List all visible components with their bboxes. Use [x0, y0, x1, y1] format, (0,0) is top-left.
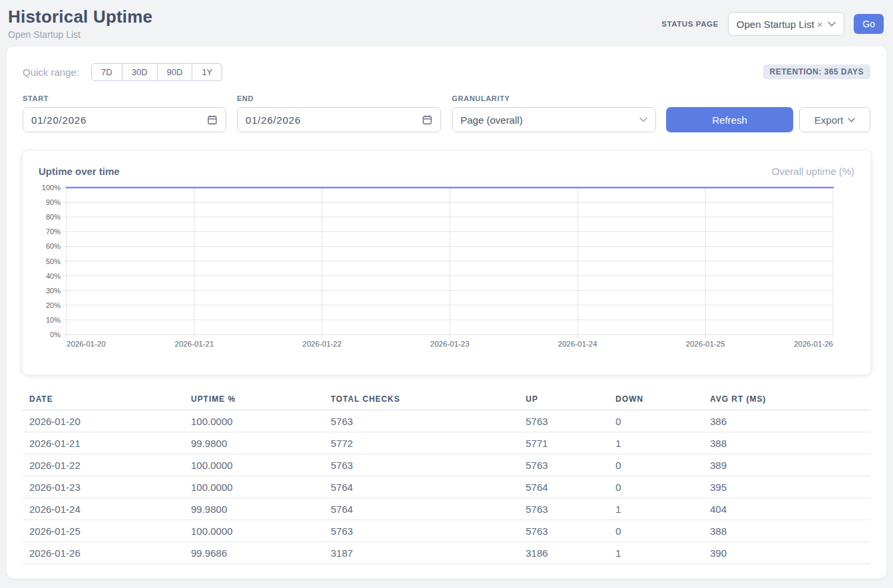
svg-text:90%: 90%: [46, 198, 61, 206]
svg-text:2026-01-25: 2026-01-25: [686, 340, 725, 348]
table-cell: 2026-01-24: [23, 498, 184, 520]
quick-range-90d[interactable]: 90D: [158, 63, 193, 81]
uptime-table: DATE UPTIME % TOTAL CHECKS UP DOWN AVG R…: [23, 390, 870, 564]
table-row: 2026-01-20100.0000576357630386: [23, 410, 870, 432]
table-cell: 2026-01-23: [23, 476, 184, 498]
end-date-value: 01/26/2026: [246, 114, 301, 126]
granularity-select[interactable]: Page (overall): [452, 107, 656, 132]
quick-range-row: Quick range: 7D 30D 90D 1Y RETENTION: 36…: [23, 63, 870, 81]
header-actions: STATUS PAGE Open Startup List × Go: [661, 12, 884, 36]
table-cell: 5763: [519, 520, 609, 542]
table-cell: 386: [703, 410, 870, 432]
table-cell: 1: [609, 432, 703, 454]
table-row: 2026-01-22100.0000576357630389: [23, 454, 870, 476]
quick-range-7d[interactable]: 7D: [91, 63, 122, 81]
quick-range-group: 7D 30D 90D 1Y: [91, 63, 222, 81]
table-cell: 2026-01-21: [23, 432, 184, 454]
table-cell: 5771: [519, 432, 609, 454]
table-cell: 99.9686: [184, 542, 324, 564]
table-cell: 0: [609, 410, 703, 432]
calendar-icon[interactable]: [422, 114, 433, 125]
svg-text:100%: 100%: [42, 184, 61, 192]
column-header-down: DOWN: [609, 390, 703, 410]
table-cell: 0: [609, 454, 703, 476]
table-cell: 389: [703, 454, 870, 476]
status-page-selected-value: Open Startup List: [737, 19, 814, 30]
chevron-down-icon: [639, 117, 647, 122]
table-cell: 5763: [519, 498, 609, 520]
svg-text:2026-01-23: 2026-01-23: [431, 340, 470, 348]
svg-text:80%: 80%: [46, 213, 61, 221]
refresh-button[interactable]: Refresh: [666, 107, 793, 132]
start-date-input[interactable]: 01/20/2026: [23, 107, 226, 132]
main-panel: Quick range: 7D 30D 90D 1Y RETENTION: 36…: [7, 47, 886, 579]
table-cell: 2026-01-26: [23, 542, 184, 564]
table-cell: 100.0000: [184, 454, 324, 476]
table-cell: 5763: [519, 410, 609, 432]
table-row: 2026-01-23100.0000576457640395: [23, 476, 870, 498]
page-title: Historical Uptime: [8, 7, 152, 27]
start-date-label: START: [23, 94, 226, 102]
table-cell: 3187: [324, 542, 519, 564]
table-row: 2026-01-2499.9800576457631404: [23, 498, 870, 520]
start-date-value: 01/20/2026: [31, 114, 87, 126]
end-date-label: END: [237, 94, 441, 102]
svg-text:2026-01-20: 2026-01-20: [67, 340, 106, 348]
table-cell: 99.9800: [184, 498, 324, 520]
svg-text:10%: 10%: [46, 316, 61, 324]
uptime-chart-card: Uptime over time Overall uptime (%) 100%…: [23, 151, 870, 374]
table-cell: 100.0000: [184, 476, 324, 498]
svg-text:2026-01-26: 2026-01-26: [794, 340, 833, 348]
title-block: Historical Uptime Open Startup List: [8, 7, 152, 40]
table-header-row: DATE UPTIME % TOTAL CHECKS UP DOWN AVG R…: [23, 390, 870, 410]
table-cell: 0: [609, 520, 703, 542]
table-cell: 1: [609, 542, 703, 564]
svg-text:30%: 30%: [46, 287, 61, 295]
chart-title: Uptime over time: [39, 166, 120, 177]
table-cell: 2026-01-20: [23, 410, 184, 432]
table-cell: 395: [703, 476, 870, 498]
table-cell: 388: [703, 520, 870, 542]
table-cell: 5763: [324, 410, 519, 432]
quick-range-1y[interactable]: 1Y: [192, 63, 222, 81]
calendar-icon[interactable]: [207, 114, 218, 125]
column-header-total-checks: TOTAL CHECKS: [324, 390, 519, 410]
page-header: Historical Uptime Open Startup List STAT…: [0, 0, 893, 47]
export-button-label: Export: [814, 114, 843, 126]
end-date-input[interactable]: 01/26/2026: [237, 107, 441, 132]
table-cell: 5772: [324, 432, 519, 454]
granularity-label: GRANULARITY: [452, 94, 656, 102]
chevron-down-icon: [848, 118, 855, 122]
table-cell: 5763: [324, 454, 519, 476]
svg-text:70%: 70%: [46, 227, 61, 235]
svg-text:50%: 50%: [46, 257, 61, 265]
table-row: 2026-01-25100.0000576357630388: [23, 520, 870, 542]
retention-badge: RETENTION: 365 DAYS: [763, 65, 870, 79]
table-cell: 2026-01-25: [23, 520, 184, 542]
table-cell: 388: [703, 432, 870, 454]
svg-text:40%: 40%: [46, 272, 61, 280]
status-page-label: STATUS PAGE: [661, 20, 719, 28]
table-row: 2026-01-2199.9800577257711388: [23, 432, 870, 454]
svg-text:20%: 20%: [46, 301, 61, 309]
table-cell: 5764: [324, 476, 519, 498]
svg-text:2026-01-22: 2026-01-22: [303, 340, 342, 348]
export-button[interactable]: Export: [799, 107, 870, 132]
quick-range-label: Quick range:: [23, 67, 79, 78]
table-cell: 5763: [324, 520, 519, 542]
table-cell: 1: [609, 498, 703, 520]
table-cell: 5763: [519, 454, 609, 476]
chevron-down-icon: [828, 21, 836, 27]
svg-text:2026-01-24: 2026-01-24: [558, 340, 598, 348]
go-button[interactable]: Go: [854, 14, 884, 34]
table-row: 2026-01-2699.9686318731861390: [23, 542, 870, 564]
clear-icon[interactable]: ×: [817, 19, 823, 30]
svg-text:60%: 60%: [46, 242, 61, 250]
controls-row: START 01/20/2026 END 01/26/2026 GRANULAR…: [23, 94, 870, 132]
table-cell: 5764: [519, 476, 609, 498]
column-header-up: UP: [519, 390, 609, 410]
uptime-chart: 100%90%80%70%60%50%40%30%20%10%0%2026-01…: [39, 182, 854, 355]
svg-text:2026-01-21: 2026-01-21: [175, 340, 214, 348]
status-page-select[interactable]: Open Startup List ×: [728, 12, 845, 36]
quick-range-30d[interactable]: 30D: [122, 63, 158, 81]
